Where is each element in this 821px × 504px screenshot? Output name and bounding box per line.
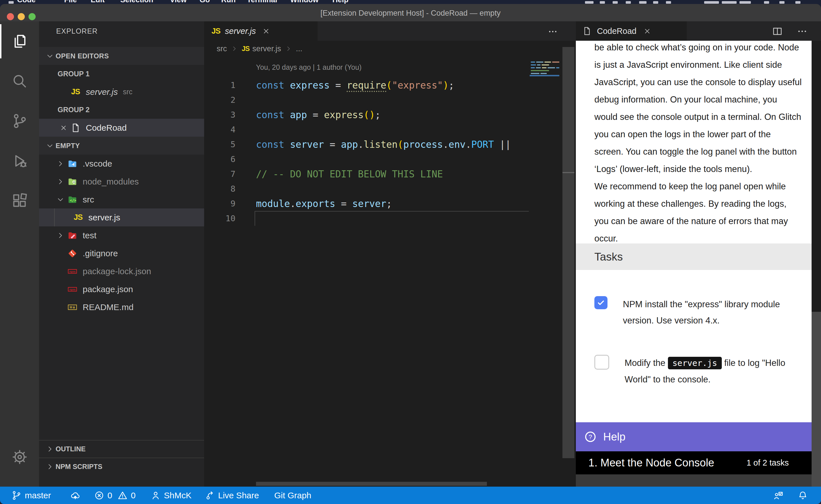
tree-item-test[interactable]: test xyxy=(39,226,204,244)
webview-scrollbar-thumb[interactable] xyxy=(812,312,821,487)
tree-item-package.json[interactable]: npmpackage.json xyxy=(39,280,204,298)
file-name: package-lock.json xyxy=(83,267,151,276)
lesson-text-line: screen. You can toggle the log panel wit… xyxy=(594,143,811,160)
menu-item-edit[interactable]: Edit xyxy=(91,0,105,4)
coderoad-webview: be able to check what’s going on in your… xyxy=(576,41,812,422)
tree-item-node_modules[interactable]: JSnode_modules xyxy=(39,173,204,190)
menu-item-go[interactable]: Go xyxy=(199,0,210,4)
menu-item-selection[interactable]: Selection xyxy=(120,0,153,4)
code-line[interactable]: 10 xyxy=(204,211,529,226)
help-label: Help xyxy=(603,431,626,443)
tree-item-src[interactable]: </>src xyxy=(39,190,204,208)
chevron-down-icon xyxy=(44,142,56,150)
chevron-right-icon xyxy=(44,445,56,453)
status-account[interactable]: ShMcK xyxy=(150,487,191,504)
status-label: 0 xyxy=(107,491,112,500)
code-line[interactable]: 6 xyxy=(204,152,529,167)
menubar-status-icon xyxy=(666,1,671,4)
status-notifications[interactable] xyxy=(798,487,808,504)
breadcrumb-item[interactable]: server.js xyxy=(252,44,281,53)
tree-item-package-lock.json[interactable]: npmpackage-lock.json xyxy=(39,262,204,280)
menu-item-run[interactable]: Run xyxy=(221,0,236,4)
breadcrumb-separator-icon xyxy=(231,45,238,52)
code-line[interactable]: 5const server = app.listen(process.env.P… xyxy=(204,137,529,152)
status-git-graph[interactable]: Git Graph xyxy=(274,487,311,504)
activity-item-explorer[interactable] xyxy=(0,21,39,61)
status-errors[interactable]: 0 xyxy=(94,487,112,504)
menu-item-help[interactable]: Help xyxy=(332,0,348,4)
activity-item-source-control[interactable] xyxy=(0,101,39,141)
section-outline[interactable]: OUTLINE xyxy=(39,440,204,458)
feedback-icon xyxy=(773,490,783,501)
tab-close-icon[interactable] xyxy=(644,27,651,35)
line-number: 2 xyxy=(204,95,236,105)
chevron-right-icon xyxy=(55,160,66,168)
tab-coderoad[interactable]: CodeRoad xyxy=(576,21,687,41)
help-bar[interactable]: ? Help xyxy=(576,422,812,451)
chevron-down-icon xyxy=(44,52,56,60)
code-editor[interactable]: 1const express = require("express");23co… xyxy=(204,78,529,226)
editor-actions-ellipsis-icon[interactable] xyxy=(548,26,558,37)
menu-item-view[interactable]: View xyxy=(170,0,187,4)
tree-item-.gitignore[interactable]: .gitignore xyxy=(39,244,204,262)
open-editor-item-coderoad[interactable]: CodeRoad xyxy=(39,119,204,137)
activity-item-run-debug[interactable] xyxy=(0,141,39,181)
code-line[interactable]: 1const express = require("express"); xyxy=(204,78,529,93)
split-editor-icon[interactable] xyxy=(772,26,783,37)
status-label: Git Graph xyxy=(274,491,311,500)
breadcrumb-separator-icon xyxy=(285,45,292,52)
webview-scrollbar[interactable] xyxy=(812,41,821,487)
status-warnings[interactable]: 0 xyxy=(117,487,136,504)
file-name: .gitignore xyxy=(83,249,118,258)
editor-scrollbar[interactable] xyxy=(562,47,574,458)
status-feedback[interactable] xyxy=(773,487,783,504)
empty-folder-section[interactable]: EMPTY xyxy=(39,137,204,155)
tab-close-icon[interactable] xyxy=(262,27,270,35)
close-icon[interactable] xyxy=(58,124,69,132)
code-line[interactable]: 3const app = express(); xyxy=(204,107,529,122)
menu-item-window[interactable]: Window xyxy=(290,0,318,4)
indent-guide xyxy=(54,208,55,226)
activity-item-settings[interactable] xyxy=(0,437,39,477)
breadcrumb-item[interactable]: ... xyxy=(296,44,303,53)
section-npm-scripts[interactable]: NPM SCRIPTS xyxy=(39,458,204,475)
status-publish[interactable] xyxy=(70,487,80,504)
code-line[interactable]: 2 xyxy=(204,93,529,107)
code-text: const server = app.listen(process.env.PO… xyxy=(256,139,511,150)
git-codelens-annotation[interactable]: You, 20 days ago | 1 author (You) xyxy=(256,63,362,71)
status-live-share[interactable]: Live Share xyxy=(205,487,259,504)
task-checkbox-unchecked[interactable] xyxy=(594,355,609,370)
code-line[interactable]: 4 xyxy=(204,122,529,137)
menu-item-file[interactable]: File xyxy=(64,0,77,4)
status-branch[interactable]: master xyxy=(11,487,51,504)
file-icon xyxy=(582,26,592,36)
minimap[interactable] xyxy=(530,62,559,76)
menubar-status-icon xyxy=(653,1,658,4)
activity-item-extensions[interactable] xyxy=(0,181,39,221)
svg-text:npm: npm xyxy=(70,288,75,291)
code-line[interactable]: 9module.exports = server; xyxy=(204,196,529,211)
code-line[interactable]: 8 xyxy=(204,181,529,196)
menubar-status-icon xyxy=(764,1,769,4)
open-editors-section[interactable]: OPEN EDITORS xyxy=(39,47,204,65)
activity-item-search[interactable] xyxy=(0,61,39,101)
breadcrumb-item[interactable]: src xyxy=(217,44,227,53)
minimap-current-line xyxy=(530,75,559,76)
menu-item-code[interactable]: Code xyxy=(17,0,36,4)
tab-server-js[interactable]: JS server.js xyxy=(204,21,318,41)
window-title-bar[interactable]: [Extension Development Host] - CodeRoad … xyxy=(0,4,821,21)
js-file-icon: JS xyxy=(242,45,250,53)
panel-actions-ellipsis-icon[interactable] xyxy=(797,26,808,37)
group-label-text: GROUP 1 xyxy=(58,70,89,78)
tree-item-readme.md[interactable]: MREADME.md xyxy=(39,298,204,316)
editor-horizontal-scrollbar[interactable] xyxy=(256,482,487,486)
tree-item-server.js[interactable]: JSserver.js xyxy=(39,208,204,226)
menu-item-terminal[interactable]: Terminal xyxy=(247,0,277,4)
chevron-right-icon xyxy=(44,463,56,471)
lesson-text-line: working at these challenges. By reading … xyxy=(594,195,811,212)
open-editor-item-server.js[interactable]: JSserver.jssrc xyxy=(39,83,204,101)
code-line[interactable]: 7// -- DO NOT EDIT BELOW THIS LINE xyxy=(204,167,529,181)
tree-item-.vscode[interactable]: .vscode xyxy=(39,155,204,173)
menubar-status-icon xyxy=(740,1,751,4)
task-checkbox-checked[interactable] xyxy=(594,296,607,309)
